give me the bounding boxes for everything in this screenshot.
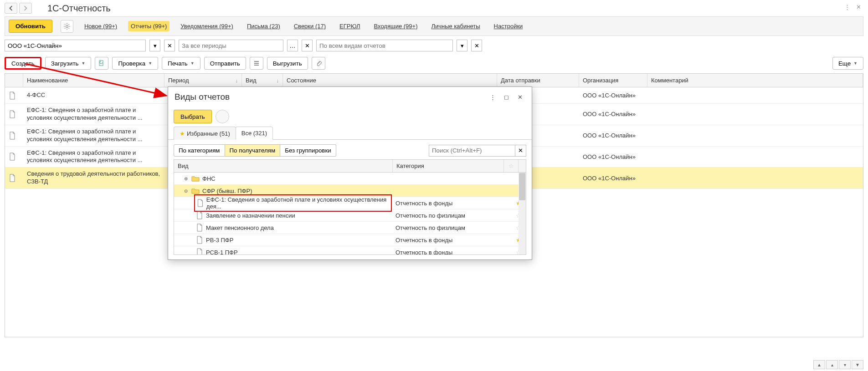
org-filter-input[interactable] — [5, 40, 146, 51]
kebab-icon[interactable]: ⋮ — [844, 4, 852, 11]
tab-incoming[interactable]: Входящие (99+) — [371, 21, 421, 31]
folder-icon — [191, 175, 200, 182]
tree-item[interactable]: Заявление о назначении пенсииОтчетность … — [174, 209, 526, 222]
item-label: РСВ-1 ПФР — [206, 249, 238, 255]
item-category: Отчетность в фонды — [393, 237, 511, 244]
th-name[interactable]: Наименование — [23, 74, 164, 87]
send-button[interactable]: Отправить — [204, 57, 246, 70]
scrollbar[interactable] — [519, 173, 526, 254]
folder-label: СФР (бывш. ПФР) — [202, 188, 252, 194]
type-dropdown-button[interactable]: ▾ — [457, 40, 467, 51]
th-org[interactable]: Организация — [579, 74, 647, 87]
paperclip-icon — [315, 60, 322, 66]
dialog-menu-button[interactable]: ⋮ — [487, 91, 498, 102]
document-icon — [196, 211, 203, 219]
row-org: ООО «1С-Онлайн» — [579, 108, 647, 120]
th-comment[interactable]: Комментарий — [647, 74, 863, 87]
tab-notifications[interactable]: Уведомления (99+) — [178, 21, 236, 31]
file-refresh-icon — [98, 60, 105, 67]
more-button[interactable]: Еще▼ — [832, 57, 863, 70]
dialog-round-button[interactable] — [216, 110, 229, 123]
refresh-button[interactable]: Обновить — [9, 20, 52, 33]
nav-forward-button[interactable] — [19, 3, 32, 14]
folder-label: ФНС — [202, 175, 216, 182]
th-state[interactable]: Состояние — [283, 74, 497, 87]
period-picker-button[interactable]: … — [287, 40, 298, 51]
tab-new[interactable]: Новое (99+) — [82, 21, 120, 31]
row-org: ООО «1С-Онлайн» — [579, 89, 647, 102]
bottom-nav: ▲ ▴ ▾ ▼ — [813, 360, 863, 369]
print-button[interactable]: Печать▼ — [162, 57, 200, 70]
export-button[interactable]: Выгрузить — [267, 57, 308, 70]
tree-folder[interactable]: ⊕ФНС — [174, 173, 526, 185]
chevron-down-icon: ▼ — [82, 61, 86, 66]
document-icon — [196, 236, 203, 244]
row-org: ООО «1С-Онлайн» — [579, 129, 647, 142]
tree-item[interactable]: РСВ-1 ПФРОтчетность в фонды☆ — [174, 246, 526, 254]
row-name: ЕФС-1: Сведения о заработной плате и усл… — [23, 125, 164, 146]
tab-accounts[interactable]: Личные кабинеты — [428, 21, 483, 31]
tab-all[interactable]: Все (321) — [236, 127, 273, 140]
org-dropdown-button[interactable]: ▾ — [149, 40, 160, 51]
reload-from-file-button[interactable] — [95, 57, 108, 70]
tab-reports[interactable]: Отчеты (99+) — [128, 21, 169, 31]
tree-th-type[interactable]: Вид — [174, 160, 393, 172]
th-type[interactable]: Вид↓ — [242, 74, 283, 87]
check-button[interactable]: Проверка▼ — [112, 57, 158, 70]
item-category: Отчетность в фонды — [393, 200, 511, 207]
tab-favorites[interactable]: ★Избранные (51) — [174, 127, 236, 140]
group-none-button[interactable]: Без группировки — [280, 144, 336, 157]
th-sent-date[interactable]: Дата отправки — [497, 74, 579, 87]
row-name: Сведения о трудовой деятельности работни… — [23, 168, 164, 188]
list-view-button[interactable] — [250, 57, 263, 70]
dialog-close-button[interactable]: ✕ — [514, 91, 525, 102]
nav-back-button[interactable] — [5, 3, 17, 14]
expand-icon[interactable]: ⊕ — [183, 176, 189, 181]
th-period[interactable]: Период↓ — [164, 74, 242, 87]
search-input[interactable] — [429, 145, 515, 157]
star-icon: ☆ — [508, 163, 514, 169]
search-clear-button[interactable]: ✕ — [515, 145, 526, 157]
row-icon — [5, 107, 23, 121]
item-label: Макет пенсионного дела — [206, 224, 274, 231]
org-clear-button[interactable]: ✕ — [164, 40, 175, 51]
tab-letters[interactable]: Письма (23) — [244, 21, 283, 31]
nav-down-button[interactable]: ▾ — [839, 360, 851, 369]
period-clear-button[interactable]: ✕ — [302, 40, 313, 51]
tree-item[interactable]: ЕФС-1: Сведения о заработной плате и усл… — [174, 197, 526, 209]
nav-first-button[interactable]: ▲ — [813, 360, 825, 369]
page-title: 1С-Отчетность — [47, 3, 111, 14]
tree-th-star[interactable]: ☆ — [504, 160, 519, 172]
type-filter-input[interactable] — [316, 40, 453, 51]
tree-item[interactable]: Макет пенсионного делаОтчетность по физл… — [174, 222, 526, 234]
attach-button[interactable] — [312, 57, 325, 70]
nav-last-button[interactable]: ▼ — [852, 360, 863, 369]
type-clear-button[interactable]: ✕ — [471, 40, 482, 51]
group-by-recipient-button[interactable]: По получателям — [225, 144, 281, 157]
load-button[interactable]: Загрузить▼ — [45, 57, 92, 70]
sort-icon: ↓ — [277, 78, 279, 83]
dialog-maximize-button[interactable]: ◻ — [501, 91, 512, 102]
close-page-icon[interactable]: ✕ — [856, 4, 863, 11]
tree-th-category[interactable]: Категория — [393, 160, 504, 172]
create-button[interactable]: Создать — [5, 57, 41, 70]
select-button[interactable]: Выбрать — [174, 110, 212, 123]
tab-settings[interactable]: Настройки — [491, 21, 526, 31]
nav-up-button[interactable]: ▴ — [826, 360, 838, 369]
period-filter-input[interactable] — [179, 40, 283, 51]
toolbar-row: Создать Загрузить▼ Проверка▼ Печать▼ Отп… — [0, 55, 868, 73]
row-org: ООО «1С-Онлайн» — [579, 172, 647, 184]
dialog-title: Виды отчетов — [175, 92, 484, 102]
tab-egrul[interactable]: ЕГРЮЛ — [337, 21, 363, 31]
tree-item[interactable]: РВ-3 ПФРОтчетность в фонды★ — [174, 234, 526, 246]
star-icon: ★ — [180, 130, 185, 137]
group-by-category-button[interactable]: По категориям — [174, 144, 225, 157]
report-types-tree: Вид Категория ☆ ⊕ФНС⊖СФР (бывш. ПФР)ЕФС-… — [174, 159, 526, 255]
report-types-dialog: Виды отчетов ⋮ ◻ ✕ Выбрать ★Избранные (5… — [168, 86, 532, 260]
send-label: Отправить — [210, 60, 240, 67]
tab-reconciliations[interactable]: Сверки (17) — [291, 21, 329, 31]
item-category: Отчетность в фонды — [393, 249, 511, 255]
settings-gear-button[interactable] — [61, 20, 73, 33]
document-icon — [197, 199, 204, 207]
collapse-icon[interactable]: ⊖ — [183, 188, 189, 193]
